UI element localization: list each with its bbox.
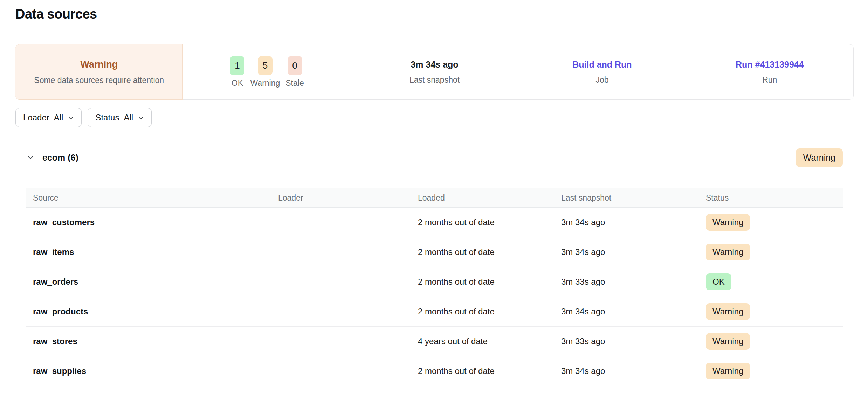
last-snapshot-cell: 3m 34s ago: [561, 307, 706, 316]
status-badge: Warning: [706, 303, 750, 320]
divider: [15, 138, 854, 138]
data-sources-page: Data sources Warning Some data sources r…: [0, 0, 868, 397]
loaded-cell: 2 months out of date: [418, 366, 561, 376]
table-row[interactable]: raw_supplies 2 months out of date 3m 34s…: [26, 356, 843, 386]
loaded-cell: 2 months out of date: [418, 247, 561, 257]
loader-filter-value: All: [54, 113, 63, 123]
job-link[interactable]: Build and Run: [572, 60, 632, 70]
filter-bar: Loader All Status All: [15, 108, 853, 127]
column-header-last-snapshot: Last snapshot: [561, 193, 706, 203]
summary-cards: Warning Some data sources require attent…: [15, 44, 854, 100]
page-title: Data sources: [15, 7, 97, 22]
table-row[interactable]: raw_stores 4 years out of date 3m 33s ag…: [26, 327, 843, 356]
group-status-badge: Warning: [796, 148, 843, 167]
last-snapshot-label: Last snapshot: [409, 75, 460, 85]
loaded-cell: 2 months out of date: [418, 217, 561, 227]
warning-count-pill: 5: [258, 56, 273, 75]
count-ok: 1 OK: [230, 56, 244, 88]
last-snapshot-card: 3m 34s ago Last snapshot: [351, 44, 518, 99]
source-name: raw_supplies: [26, 366, 278, 376]
source-name: raw_items: [26, 247, 278, 257]
column-header-loader: Loader: [278, 193, 418, 203]
ok-count-label: OK: [232, 78, 243, 88]
status-badge: Warning: [706, 363, 750, 379]
last-snapshot-cell: 3m 34s ago: [561, 247, 706, 257]
group-ecom: ecom (6) Warning Source Loader Loaded La…: [15, 148, 854, 386]
overall-status-card: Warning Some data sources require attent…: [15, 44, 183, 100]
source-name: raw_customers: [26, 217, 278, 227]
group-header-ecom[interactable]: ecom (6) Warning: [26, 148, 843, 167]
page-header: Data sources: [0, 0, 868, 28]
last-snapshot-cell: 3m 33s ago: [561, 277, 706, 287]
last-snapshot-cell: 3m 34s ago: [561, 217, 706, 227]
last-snapshot-cell: 3m 34s ago: [561, 366, 706, 376]
loaded-cell: 4 years out of date: [418, 336, 561, 346]
status-badge: Warning: [706, 333, 750, 350]
status-filter-value: All: [124, 113, 133, 123]
job-card: Build and Run Job: [518, 44, 686, 99]
source-name: raw_orders: [26, 277, 278, 287]
loaded-cell: 2 months out of date: [418, 277, 561, 287]
ok-count-pill: 1: [230, 56, 244, 75]
table-row[interactable]: raw_orders 2 months out of date 3m 33s a…: [26, 267, 843, 297]
run-link[interactable]: Run #413139944: [736, 60, 804, 70]
status-counts-card: 1 OK 5 Warning 0 Stale: [183, 44, 350, 99]
column-header-loaded: Loaded: [418, 193, 561, 203]
stale-count-pill: 0: [288, 56, 302, 75]
data-sources-table: Source Loader Loaded Last snapshot Statu…: [26, 188, 843, 386]
source-name: raw_products: [26, 307, 278, 316]
chevron-down-icon[interactable]: [26, 153, 42, 162]
loader-filter-dropdown[interactable]: Loader All: [15, 108, 82, 127]
status-badge: Warning: [706, 244, 750, 260]
column-header-status: Status: [706, 193, 843, 203]
overall-status-title: Warning: [80, 59, 118, 70]
source-name: raw_stores: [26, 336, 278, 346]
column-header-source: Source: [26, 193, 278, 203]
group-name: ecom (6): [42, 153, 78, 163]
loaded-cell: 2 months out of date: [418, 307, 561, 316]
status-filter-dropdown[interactable]: Status All: [88, 108, 152, 127]
table-row[interactable]: raw_customers 2 months out of date 3m 34…: [26, 208, 843, 237]
loader-filter-label: Loader: [23, 113, 49, 123]
job-label: Job: [595, 75, 608, 85]
table-row[interactable]: raw_products 2 months out of date 3m 34s…: [26, 297, 843, 327]
last-snapshot-value: 3m 34s ago: [411, 60, 458, 70]
status-badge: Warning: [706, 214, 750, 231]
run-label: Run: [762, 75, 777, 85]
warning-count-label: Warning: [250, 78, 280, 88]
status-filter-label: Status: [95, 113, 119, 123]
table-header: Source Loader Loaded Last snapshot Statu…: [26, 188, 843, 208]
overall-status-subtitle: Some data sources require attention: [34, 76, 164, 85]
run-card: Run #413139944 Run: [686, 44, 853, 99]
table-row[interactable]: raw_items 2 months out of date 3m 34s ag…: [26, 237, 843, 267]
chevron-down-icon: [138, 115, 144, 121]
count-warning: 5 Warning: [250, 56, 280, 88]
last-snapshot-cell: 3m 33s ago: [561, 336, 706, 346]
status-badge: OK: [706, 273, 731, 290]
count-stale: 0 Stale: [285, 56, 304, 88]
stale-count-label: Stale: [285, 78, 304, 88]
chevron-down-icon: [68, 115, 74, 121]
